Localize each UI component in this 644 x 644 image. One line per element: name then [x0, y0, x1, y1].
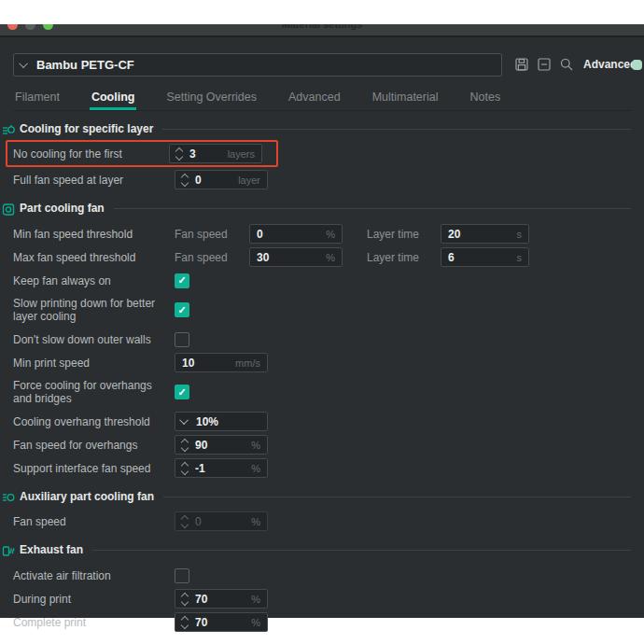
spinner-arrows[interactable]	[176, 148, 182, 160]
keep-fan-always-on-checkbox[interactable]	[175, 273, 189, 288]
layers-fan-icon	[2, 123, 15, 135]
section-cooling-specific-layer: Cooling for specific layer	[2, 119, 631, 138]
value: 6	[448, 251, 513, 264]
setting-row: Min print speed 10 mm/s	[13, 352, 631, 373]
unit: s	[517, 229, 523, 240]
setting-row: Activate air filtration	[13, 565, 631, 586]
slow-printing-checkbox[interactable]	[175, 302, 189, 317]
complete-print-fan-input[interactable]: 70 %	[175, 612, 268, 632]
section-divider	[114, 208, 631, 209]
activate-air-filtration-checkbox[interactable]	[175, 568, 189, 583]
preset-value: Bambu PETG-CF	[36, 58, 134, 72]
setting-label: Cooling overhang threshold	[13, 415, 175, 428]
spinner-arrows[interactable]	[182, 594, 188, 605]
force-cooling-overhangs-checkbox[interactable]	[175, 385, 189, 399]
delete-preset-icon[interactable]	[536, 57, 552, 73]
setting-label: Fan speed for overhangs	[13, 439, 175, 452]
max-threshold-fan-speed-input[interactable]: 30 %	[249, 247, 343, 267]
spin-down-icon[interactable]	[175, 152, 183, 160]
spinner-arrows[interactable]	[182, 617, 188, 628]
toolbar-icons	[513, 57, 574, 73]
save-preset-icon[interactable]	[513, 57, 529, 73]
search-icon[interactable]	[558, 57, 574, 73]
tab-advanced[interactable]: Advanced	[287, 89, 343, 110]
sub-label: Fan speed	[175, 251, 249, 264]
spin-down-icon[interactable]	[181, 621, 189, 628]
unit: %	[326, 229, 335, 240]
spinner-arrows[interactable]	[182, 463, 188, 474]
unit: s	[517, 252, 523, 263]
spin-down-icon[interactable]	[181, 178, 189, 186]
min-threshold-fan-speed-input[interactable]: 0 %	[249, 224, 343, 244]
value: 0	[195, 515, 247, 528]
tab-multimaterial[interactable]: Multimaterial	[371, 89, 441, 110]
auxiliary-fan-icon	[2, 491, 15, 503]
tab-cooling[interactable]: Cooling	[90, 89, 137, 110]
advanced-label: Advanced	[583, 58, 637, 71]
fan-speed-overhangs-input[interactable]: 90 %	[175, 435, 268, 455]
setting-label: Slow printing down for better layer cool…	[13, 297, 175, 323]
cooling-overhang-threshold-select[interactable]: 10%	[175, 412, 268, 431]
setting-row: Don't slow down outer walls	[13, 329, 631, 350]
support-interface-fan-speed-input[interactable]: -1 %	[175, 458, 268, 478]
preset-toolbar: Bambu PETG-CF Advanced	[13, 52, 631, 77]
chevron-down-icon	[179, 415, 189, 425]
tab-filament[interactable]: Filament	[13, 89, 62, 110]
max-threshold-layer-time-input[interactable]: 6 s	[441, 247, 529, 267]
spinner-arrows[interactable]	[182, 440, 188, 451]
spinner-arrows[interactable]	[182, 516, 188, 527]
screenshot-root: Material settings Bambu PETG-CF Advanced	[0, 0, 644, 644]
unit: %	[251, 440, 260, 451]
setting-row: Cooling overhang threshold 10%	[13, 411, 631, 432]
setting-label: Full fan speed at layer	[13, 174, 175, 187]
section-divider	[162, 129, 631, 130]
preset-select[interactable]: Bambu PETG-CF	[13, 53, 502, 77]
setting-label: Fan speed	[13, 515, 175, 528]
section-title: Auxiliary part cooling fan	[20, 490, 154, 503]
setting-row: Max fan speed threshold Fan speed 30 % L…	[13, 246, 631, 268]
unit: layer	[238, 175, 260, 186]
value: 10%	[196, 415, 260, 428]
value: 90	[195, 439, 247, 452]
min-threshold-layer-time-input[interactable]: 20 s	[441, 224, 529, 244]
setting-label: Force cooling for overhangs and bridges	[13, 379, 175, 405]
dont-slow-outer-walls-checkbox[interactable]	[175, 332, 189, 347]
spin-down-icon[interactable]	[181, 520, 189, 527]
spin-down-icon[interactable]	[181, 597, 189, 605]
tab-setting-overrides[interactable]: Setting Overrides	[164, 89, 259, 110]
section-title: Part cooling fan	[20, 202, 105, 215]
section-part-cooling-fan: Part cooling fan	[2, 199, 631, 217]
sub-label: Layer time	[367, 228, 441, 241]
value: 0	[257, 228, 322, 241]
spinner-arrows[interactable]	[182, 175, 188, 186]
spin-down-icon[interactable]	[181, 443, 189, 451]
unit: %	[251, 617, 260, 628]
tab-bar: Filament Cooling Setting Overrides Advan…	[13, 89, 631, 111]
min-print-speed-input[interactable]: 10 mm/s	[175, 353, 268, 372]
setting-row: Fan speed 0 %	[13, 511, 631, 532]
section-title: Exhaust fan	[20, 543, 83, 556]
setting-label: During print	[13, 593, 175, 606]
section-exhaust-fan: Exhaust fan	[2, 540, 631, 559]
value: 30	[257, 251, 322, 264]
aux-fan-speed-input[interactable]: 0 %	[175, 511, 268, 531]
during-print-fan-input[interactable]: 70 %	[175, 589, 268, 609]
unit: %	[251, 516, 260, 527]
spin-down-icon[interactable]	[181, 467, 189, 474]
sub-label: Fan speed	[175, 228, 249, 241]
setting-row: Complete print 70 %	[13, 611, 631, 633]
tab-notes[interactable]: Notes	[469, 89, 503, 110]
window-title: Material settings	[0, 24, 644, 30]
setting-row: Keep fan always on	[13, 270, 631, 291]
setting-row: Fan speed for overhangs 90 %	[13, 434, 631, 455]
no-cooling-first-layers-input[interactable]: 3 layers	[169, 144, 262, 163]
unit: %	[326, 252, 335, 263]
full-fan-speed-layer-input[interactable]: 0 layer	[175, 170, 268, 189]
toggle-knob	[632, 60, 642, 70]
value: 20	[448, 228, 513, 241]
section-divider	[92, 550, 631, 551]
unit: %	[251, 463, 260, 474]
setting-row: Full fan speed at layer 0 layer	[13, 169, 631, 190]
setting-label: No cooling for the first	[13, 147, 169, 161]
window-titlebar: Material settings	[0, 24, 644, 35]
